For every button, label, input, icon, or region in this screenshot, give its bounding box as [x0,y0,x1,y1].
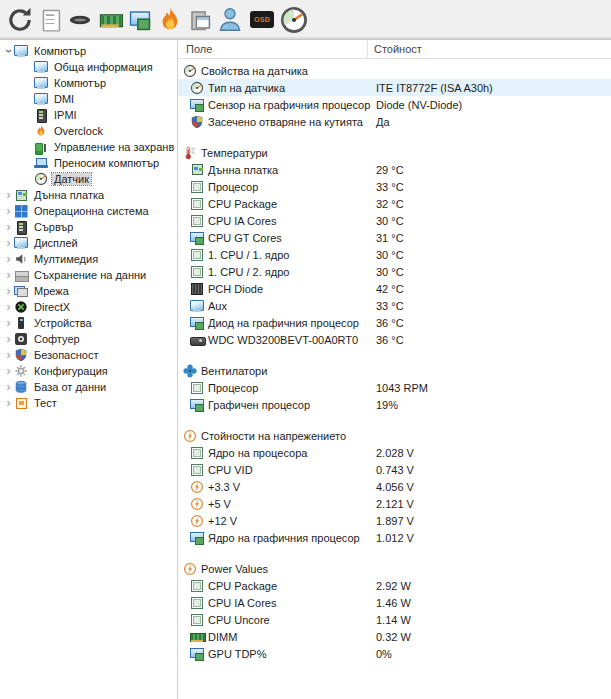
sidebar-item[interactable]: ›База от данни [0,379,177,395]
field-label: Тип на датчика [208,82,285,94]
field-row[interactable]: +5 V2.121 V [178,495,611,512]
chevron-right-icon[interactable]: › [3,334,14,344]
field-row[interactable]: CPU GT Cores31 °C [178,229,611,246]
user-button[interactable] [215,4,245,36]
chip-icon [190,446,204,460]
sidebar-item[interactable]: ›Безопасност [0,347,177,363]
field-row[interactable]: Aux33 °C [178,297,611,314]
cpu-button[interactable] [65,4,95,36]
field-row[interactable]: Сензор на графичния процесорDiode (NV-Di… [178,96,611,113]
report-icon [40,9,60,29]
sidebar-item[interactable]: ›Тест [0,395,177,411]
sidebar-item[interactable]: ›Мултимедия [0,251,177,267]
field-row[interactable]: Тип на датчикаITE IT8772F (ISA A30h) [178,79,611,96]
chevron-right-icon[interactable]: › [3,238,14,248]
chevron-right-icon[interactable]: › [3,190,14,200]
report-button[interactable] [35,4,65,36]
sidebar-item[interactable]: Датчик [0,171,177,187]
sidebar-item[interactable]: ›Устройства [0,315,177,331]
gauge-button[interactable] [279,4,309,36]
chevron-right-icon[interactable]: › [3,270,14,280]
chip-icon [190,248,204,262]
field-row[interactable]: Диод на графичния процесор36 °C [178,314,611,331]
column-header-value[interactable]: Стойност [368,43,422,55]
flame-icon [34,124,48,138]
chevron-right-icon[interactable]: › [3,350,14,360]
flame-button[interactable] [155,4,185,36]
chevron-down-icon[interactable]: › [4,46,14,57]
sidebar-item[interactable]: IPMI [0,107,177,123]
field-row[interactable]: PCH Diode42 °C [178,280,611,297]
sidebar-item[interactable]: Компютър [0,75,177,91]
sidebar-item[interactable]: ›Дисплей [0,235,177,251]
chevron-right-icon[interactable]: › [3,398,14,408]
chevron-right-icon[interactable]: › [3,286,14,296]
field-row[interactable]: Дънна платка29 °C [178,161,611,178]
chevron-right-icon[interactable]: › [3,206,14,216]
column-header-field[interactable]: Поле [178,40,368,58]
chevron-right-icon[interactable]: › [3,222,14,232]
field-row[interactable]: CPU IA Cores1.46 W [178,594,611,611]
sidebar-item[interactable]: ›Компютър [0,43,177,59]
field-value: 33 °C [374,181,404,193]
field-row[interactable]: GPU TDP%0% [178,645,611,662]
chip-icon [190,579,204,593]
field-label: Диод на графичния процесор [208,317,359,329]
sidebar-item[interactable]: Overclock [0,123,177,139]
field-row[interactable]: CPU VID0.743 V [178,461,611,478]
field-cell: Дънна платка [190,163,374,177]
sidebar-item[interactable]: ›Сървър [0,219,177,235]
field-row[interactable]: WDC WD3200BEVT-00A0RT036 °C [178,331,611,348]
refresh-button[interactable] [5,4,35,36]
navigation-tree: ›КомпютърОбща информацияКомпютърDMIIPMIO… [0,40,178,699]
preferences-button[interactable] [185,4,215,36]
field-row[interactable]: Ядро на процесора2.028 V [178,444,611,461]
field-cell: Процесор [190,381,374,395]
osd-button[interactable]: OSD [245,4,279,36]
field-row[interactable]: 1. CPU / 1. ядро30 °C [178,246,611,263]
chevron-right-icon[interactable]: › [3,366,14,376]
sidebar-item[interactable]: ›Софтуер [0,331,177,347]
field-label: Ядро на графичния процесор [208,532,360,544]
field-row[interactable]: Процесор1043 RPM [178,379,611,396]
sidebar-item-label: Датчик [52,173,91,185]
chevron-right-icon[interactable]: › [3,254,14,264]
ram-button[interactable] [95,4,125,36]
field-label: CPU Uncore [208,614,270,626]
field-cell: Тип на датчика [190,81,374,95]
section-header: Стойности на напрежението [178,427,611,444]
sidebar-item-label: Съхранение на данни [32,269,148,281]
chevron-right-icon[interactable]: › [3,382,14,392]
field-row[interactable]: DIMM0.32 W [178,628,611,645]
sidebar-item[interactable]: ›Конфигурация [0,363,177,379]
field-row[interactable]: +3.3 V4.056 V [178,478,611,495]
field-row[interactable]: CPU Uncore1.14 W [178,611,611,628]
field-row[interactable]: CPU IA Cores30 °C [178,212,611,229]
ram-icon [190,630,204,644]
sidebar-item[interactable]: Обща информация [0,59,177,75]
sidebar-item[interactable]: ›DirectX [0,299,177,315]
field-row[interactable]: 1. CPU / 2. ядро30 °C [178,263,611,280]
sidebar-item[interactable]: DMI [0,91,177,107]
field-row[interactable]: CPU Package32 °C [178,195,611,212]
chevron-right-icon[interactable]: › [3,318,14,328]
sidebar-item[interactable]: ›Операционна система [0,203,177,219]
sidebar-item[interactable]: ›Съхранение на данни [0,267,177,283]
field-cell: +3.3 V [190,480,374,494]
field-row[interactable]: Засечено отваряне на кутиятаДа [178,113,611,130]
field-value: 2.028 V [374,447,414,459]
laptop-icon [34,156,48,170]
field-row[interactable]: CPU Package2.92 W [178,577,611,594]
video-button[interactable] [125,4,155,36]
field-label: WDC WD3200BEVT-00A0RT0 [208,334,358,346]
field-row[interactable]: +12 V1.897 V [178,512,611,529]
sidebar-item[interactable]: ›Дънна платка [0,187,177,203]
field-row[interactable]: Графичен процесор19% [178,396,611,413]
field-row[interactable]: Процесор33 °C [178,178,611,195]
chevron-right-icon[interactable]: › [3,302,14,312]
sidebar-item[interactable]: Управление на захранв [0,139,177,155]
field-cell: CPU VID [190,463,374,477]
field-row[interactable]: Ядро на графичния процесор1.012 V [178,529,611,546]
sidebar-item[interactable]: Преносим компютър [0,155,177,171]
sidebar-item[interactable]: ›Мрежа [0,283,177,299]
